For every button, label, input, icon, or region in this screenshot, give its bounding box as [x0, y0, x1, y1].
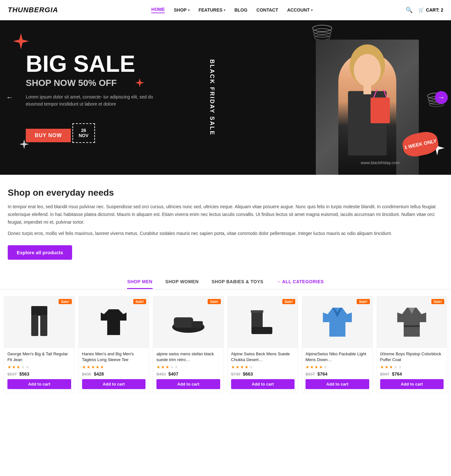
product-price-row: $435 $428: [82, 371, 146, 377]
product-rating: ★★★★★: [380, 365, 444, 369]
product-info: iXtreme Boys Ripstop Colorblock Puffer C…: [377, 348, 447, 377]
products-section: Sale! George Men's Big & Tall Regular Fi…: [0, 296, 451, 406]
tab-shop-women[interactable]: SHOP WOMEN: [165, 279, 199, 289]
header-icons: 🔍 🛒 CART: 2: [406, 6, 443, 14]
price-original: $435: [82, 372, 91, 377]
star-icon: ★: [100, 365, 104, 369]
star-icon: ★: [170, 365, 174, 369]
logo: THUNBERGIA: [8, 6, 58, 14]
product-card-2: Sale! alpine swiss mens stefan black sue…: [153, 296, 224, 393]
explore-all-products-button[interactable]: Explore all products: [8, 245, 72, 260]
svg-point-8: [354, 54, 381, 86]
product-rating: ★★★★★: [305, 365, 369, 369]
product-card-0: Sale! George Men's Big & Tall Regular Fi…: [4, 296, 75, 393]
star-icon: ★: [245, 365, 249, 369]
product-info: George Men's Big & Tall Regular Fit Jean…: [4, 348, 74, 377]
nav-home[interactable]: HOME: [151, 7, 165, 13]
star-icon: ★: [310, 365, 314, 369]
hero-prev-button[interactable]: ←: [3, 91, 16, 104]
price-sale: $764: [317, 371, 327, 377]
tab-shop-men[interactable]: SHOP MEN: [127, 279, 152, 289]
product-image: [153, 296, 223, 348]
product-price-row: $736 $663: [231, 371, 295, 377]
add-to-cart-button[interactable]: Add to cart: [305, 379, 369, 389]
svg-rect-21: [40, 315, 47, 336]
star-icon: ★: [91, 365, 95, 369]
add-to-cart-button[interactable]: Add to cart: [231, 379, 295, 389]
star-icon: ★: [385, 365, 389, 369]
svg-marker-29: [323, 308, 352, 337]
star-icon: ★: [82, 365, 86, 369]
price-sale: $563: [19, 371, 29, 377]
everyday-needs-section: Shop on everyday needs In tempor erat le…: [0, 175, 451, 273]
add-to-cart-button[interactable]: Add to cart: [380, 379, 444, 389]
star-icon: ★: [389, 365, 393, 369]
add-to-cart-button[interactable]: Add to cart: [82, 379, 146, 389]
price-sale: $764: [392, 371, 402, 377]
account-chevron-icon: ▾: [311, 8, 313, 12]
product-info: Alpine Swiss Beck Mens Suede Chukka Dese…: [228, 348, 298, 377]
nav-blog[interactable]: BLOG: [234, 7, 247, 13]
star-icon: ★: [12, 365, 16, 369]
hero-subtitle: SHOP NOW 50% OFF: [26, 78, 167, 88]
website-url: www.blackfriday.com: [361, 160, 399, 165]
shop-chevron-icon: ▾: [188, 8, 190, 12]
hero-date-stamp: 26 NOV: [72, 123, 95, 143]
section-text-1: In tempor erat leo, sed blandit risus pu…: [8, 203, 443, 226]
product-image: [228, 296, 298, 348]
star-icon: ★: [161, 365, 165, 369]
price-sale: $428: [94, 371, 104, 377]
svg-rect-20: [31, 315, 38, 336]
product-info: Hanes Men's and Big Men's Tagless Long S…: [79, 348, 149, 377]
search-button[interactable]: 🔍: [406, 6, 413, 14]
sale-badge: Sale!: [282, 299, 295, 304]
svg-rect-19: [31, 306, 47, 316]
star-icon: ★: [305, 365, 309, 369]
product-name: iXtreme Boys Ripstop Colorblock Puffer C…: [380, 351, 444, 363]
nav-features[interactable]: FEATURES ▾: [199, 7, 225, 13]
nav-account[interactable]: ACCOUNT ▾: [287, 7, 313, 13]
star-icon: ★: [96, 365, 99, 369]
features-chevron-icon: ▾: [224, 8, 225, 12]
product-rating: ★★★★★: [82, 365, 146, 369]
star-icon: ★: [315, 365, 318, 369]
svg-marker-22: [101, 309, 127, 335]
hero-model-image: [316, 40, 419, 175]
svg-rect-27: [251, 327, 272, 334]
hero-banner: BIG SALE SHOP NOW 50% OFF Lorem ipsum do…: [0, 20, 451, 175]
star-icon: ★: [87, 365, 90, 369]
cart-button[interactable]: 🛒 CART: 2: [418, 7, 443, 13]
nav-shop[interactable]: SHOP ▾: [174, 7, 190, 13]
hero-next-button[interactable]: →: [435, 91, 448, 104]
star-icon: ★: [394, 365, 398, 369]
product-rating: ★★★★★: [7, 365, 71, 369]
buy-now-button[interactable]: BUY NOW: [26, 129, 71, 142]
product-image-area: Sale!: [377, 296, 447, 348]
star-icon: ★: [319, 365, 323, 369]
product-name: alpine swiss mens stefan black suede tri…: [156, 351, 220, 363]
add-to-cart-button[interactable]: Add to cart: [156, 379, 220, 389]
add-to-cart-button[interactable]: Add to cart: [7, 379, 71, 389]
svg-rect-26: [251, 311, 263, 329]
svg-rect-24: [174, 317, 193, 328]
product-image-area: Sale!: [302, 296, 372, 348]
product-card-3: Sale! Alpine Swiss Beck Mens Suede Chukk…: [228, 296, 298, 393]
tab-all-categories[interactable]: → All Categories: [276, 279, 324, 289]
product-grid: Sale! George Men's Big & Tall Regular Fi…: [4, 296, 447, 393]
price-sale: $407: [168, 371, 178, 377]
cart-label: CART: 2: [426, 7, 443, 13]
nav-contact[interactable]: CONTACT: [257, 7, 278, 13]
product-rating: ★★★★★: [156, 365, 220, 369]
tab-shop-babies-toys[interactable]: SHOP BABIES & TOYS: [211, 279, 263, 289]
price-original: $837: [305, 372, 315, 377]
star-icon: ★: [231, 365, 235, 369]
svg-rect-25: [192, 321, 203, 328]
hero-title: BIG SALE: [26, 52, 167, 75]
sale-badge: Sale!: [59, 299, 71, 304]
star-icon: ★: [324, 365, 327, 369]
sale-badge: Sale!: [357, 299, 370, 304]
sale-badge: Sale!: [208, 299, 221, 304]
cart-icon: 🛒: [418, 7, 424, 13]
star-icon: ★: [25, 365, 29, 369]
svg-rect-10: [363, 85, 371, 94]
